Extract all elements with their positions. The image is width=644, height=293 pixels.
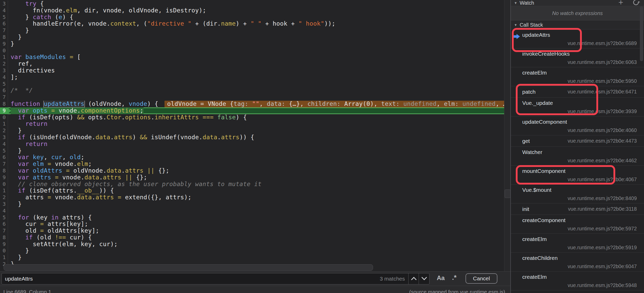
code-line[interactable]: 7 old = oldAttrs[key]; [0, 228, 504, 234]
line-number-gutter[interactable]: 0 [0, 247, 8, 254]
line-number-gutter[interactable]: 2 [0, 194, 8, 201]
code-line[interactable]: 9} [0, 41, 504, 47]
line-number-gutter[interactable]: 5 [0, 148, 8, 154]
frame-source-location[interactable]: vue.runtime.esm.js?2b0e:5950 [568, 78, 637, 84]
frame-source-location[interactable]: vue.runtime.esm.js?2b0e:3939 [568, 108, 637, 114]
editor-horizontal-scrollbar-thumb[interactable] [4, 264, 373, 271]
line-number-gutter[interactable]: 9 [0, 174, 8, 181]
code-line[interactable]: 4 [0, 208, 504, 214]
code-line[interactable]: 1 } [0, 254, 504, 261]
sidebar-scrollbar-thumb[interactable] [640, 6, 643, 61]
line-number-gutter[interactable]: 6 [0, 87, 8, 94]
code-line[interactable]: 8function updateAttrs (oldVnode, vnode) … [0, 101, 504, 107]
code-line[interactable]: 4]; [0, 74, 504, 81]
call-stack-frame[interactable]: updateComponentvue.runtime.esm.js?2b0e:4… [511, 116, 644, 135]
code-line[interactable]: 5 } catch (e) { [0, 14, 504, 21]
code-line[interactable]: 5 for (key in attrs) { [0, 214, 504, 221]
frame-source-location[interactable]: vue.runtime.esm.js?2b0e:4462 [568, 158, 637, 164]
add-watch-expression-icon[interactable]: + [618, 0, 623, 6]
line-number-gutter[interactable]: 2 [0, 61, 8, 67]
editor-vertical-scrollbar-thumb[interactable] [505, 189, 511, 198]
refresh-watch-icon[interactable] [632, 0, 640, 6]
code-line[interactable]: 9 var attrs = vnode.data.attrs || {}; [0, 174, 504, 181]
editor-vertical-scrollbar-track[interactable] [504, 0, 511, 271]
code-line[interactable]: 8 var oldAttrs = oldVnode.data.attrs || … [0, 167, 504, 174]
frame-source-location[interactable]: vue.runtime.esm.js?2b0e:4473 [568, 138, 637, 144]
current-execution-line[interactable]: 9 var opts = vnode.componentOptions; [0, 107, 504, 114]
code-line[interactable]: 1 return [0, 121, 504, 127]
line-number-gutter[interactable]: 7 [0, 27, 8, 34]
code-line[interactable]: 3 directives [0, 67, 504, 74]
regex-toggle[interactable]: .* [452, 274, 456, 282]
code-line[interactable]: 6 cur = attrs[key]; [0, 221, 504, 228]
call-stack-frame[interactable]: mountComponentvue.runtime.esm.js?2b0e:40… [511, 166, 644, 185]
frame-source-location[interactable]: vue.runtime.esm.js?2b0e:6689 [568, 40, 637, 46]
frame-source-location[interactable]: vue.runtime.esm.js?2b0e:6471 [568, 89, 637, 95]
call-stack-frame[interactable]: getvue.runtime.esm.js?2b0e:4473 [511, 135, 644, 147]
call-stack-frame[interactable]: createElmvue.runtime.esm.js?2b0e:5950 [511, 67, 644, 86]
code-line[interactable]: 3 if (isUndef(oldVnode.data.attrs) && is… [0, 134, 504, 141]
call-stack-frame[interactable]: invokeCreateHooksvue.runtime.esm.js?2b0e… [511, 48, 644, 67]
call-stack-frame[interactable]: createComponentvue.runtime.esm.js?2b0e:5… [511, 215, 644, 234]
next-match-button[interactable] [419, 273, 429, 284]
line-number-gutter[interactable]: 0 [0, 114, 8, 121]
code-line[interactable]: 7 [0, 94, 504, 101]
code-line[interactable]: 1 if (isDef(attrs.__ob__)) { [0, 187, 504, 194]
call-stack-frame[interactable]: Watchervue.runtime.esm.js?2b0e:4462 [511, 147, 644, 166]
code-line[interactable]: 0 [0, 47, 504, 54]
line-number-gutter[interactable]: 0 [0, 47, 8, 54]
code-line[interactable]: 6 handleError(e, vnode.context, ("direct… [0, 20, 504, 27]
line-number-gutter[interactable]: 6 [0, 221, 8, 228]
line-number-gutter[interactable]: 1 [0, 121, 8, 127]
code-line[interactable]: 9 setAttr(elm, key, cur); [0, 241, 504, 248]
call-stack-frame[interactable]: patchvue.runtime.esm.js?2b0e:6471 [511, 86, 644, 98]
line-number-gutter[interactable]: 8 [0, 34, 8, 41]
call-stack-section-header[interactable]: ▼ Call Stack [511, 20, 644, 30]
code-line[interactable]: 0 } [0, 247, 504, 254]
line-number-gutter[interactable]: 5 [0, 214, 8, 221]
call-stack-frame[interactable]: Vue._updatevue.runtime.esm.js?2b0e:3939 [511, 98, 644, 116]
call-stack-frame[interactable]: updateAttrsvue.runtime.esm.js?2b0e:6689 [511, 30, 644, 48]
code-line[interactable]: 6 var key, cur, old; [0, 154, 504, 161]
frame-source-location[interactable]: vue.runtime.esm.js?2b0e:5948 [568, 282, 637, 288]
line-number-gutter[interactable]: 3 [0, 1, 8, 7]
search-input[interactable] [2, 273, 406, 284]
watch-section-header[interactable]: ▼ Watch + [511, 0, 644, 6]
line-number-gutter[interactable]: 7 [0, 228, 8, 234]
line-number-gutter[interactable]: 3 [0, 134, 8, 141]
line-number-gutter[interactable]: 1 [0, 187, 8, 194]
code-editor[interactable]: 3 try {4 fn(vnode.elm, dir, vnode, oldVn… [0, 0, 504, 271]
code-line[interactable]: 5 [0, 81, 504, 87]
line-number-gutter[interactable]: 1 [0, 254, 8, 261]
code-line[interactable]: 8 if (old !== cur) { [0, 234, 504, 241]
frame-source-location[interactable]: vue.runtime.esm.js?2b0e:6063 [568, 59, 637, 65]
code-line[interactable]: 0 if (isDef(opts) && opts.Ctor.options.i… [0, 114, 504, 121]
line-number-gutter[interactable]: 9 [0, 107, 8, 114]
line-number-gutter[interactable]: 7 [0, 161, 8, 167]
frame-source-location[interactable]: vue.runtime.esm.js?2b0e:6047 [568, 263, 637, 269]
call-stack-frame[interactable]: createElmvue.runtime.esm.js?2b0e:5919 [511, 234, 644, 253]
line-number-gutter[interactable]: 7 [0, 94, 8, 101]
cancel-button[interactable]: Cancel [466, 273, 497, 284]
inline-eval-value[interactable]: oldVnode = VNode {tag: "", data: {…}, ch… [164, 101, 504, 107]
line-number-gutter[interactable]: 6 [0, 154, 8, 161]
line-number-gutter[interactable]: 3 [0, 201, 8, 208]
line-number-gutter[interactable]: 8 [0, 101, 8, 107]
frame-source-location[interactable]: vue.runtime.esm.js?2b0e:5972 [568, 226, 637, 232]
line-number-gutter[interactable]: 5 [0, 14, 8, 21]
line-number-gutter[interactable]: 8 [0, 167, 8, 174]
line-number-gutter[interactable]: 8 [0, 234, 8, 241]
call-stack-frame[interactable]: createChildrenvue.runtime.esm.js?2b0e:60… [511, 253, 644, 272]
code-line[interactable]: 2 ref, [0, 61, 504, 67]
match-case-toggle[interactable]: Aa [437, 274, 445, 282]
code-line[interactable]: 4 return [0, 141, 504, 148]
frame-source-location[interactable]: vue.runtime.esm.js?2b0e:5919 [568, 245, 637, 251]
line-number-gutter[interactable]: 9 [0, 241, 8, 248]
line-number-gutter[interactable]: 3 [0, 67, 8, 74]
frame-source-location[interactable]: vue.runtime.esm.js?2b0e:4060 [568, 127, 637, 133]
code-line[interactable]: 2 } [0, 127, 504, 134]
frame-source-location[interactable]: vue.runtime.esm.js?2b0e:8409 [568, 195, 637, 201]
code-line[interactable]: 7 } [0, 27, 504, 34]
line-number-gutter[interactable]: 2 [0, 127, 8, 134]
frame-source-location[interactable]: vue.runtime.esm.js?2b0e:4067 [568, 177, 637, 182]
